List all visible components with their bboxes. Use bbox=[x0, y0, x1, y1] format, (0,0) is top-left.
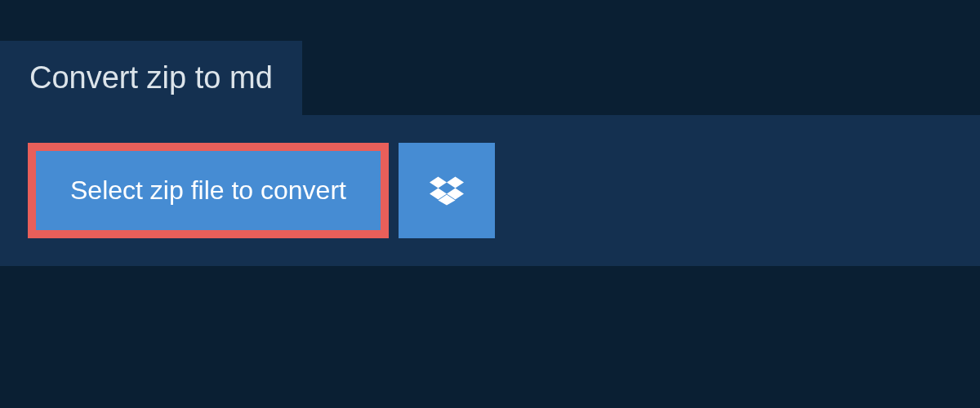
action-button-row: Select zip file to convert bbox=[28, 143, 952, 238]
page-title: Convert zip to md bbox=[29, 60, 273, 95]
converter-panel: Select zip file to convert bbox=[0, 115, 980, 266]
dropbox-button[interactable] bbox=[399, 143, 495, 238]
converter-tab: Convert zip to md bbox=[0, 41, 302, 115]
dropbox-icon bbox=[430, 174, 464, 208]
select-file-button[interactable]: Select zip file to convert bbox=[28, 143, 389, 238]
